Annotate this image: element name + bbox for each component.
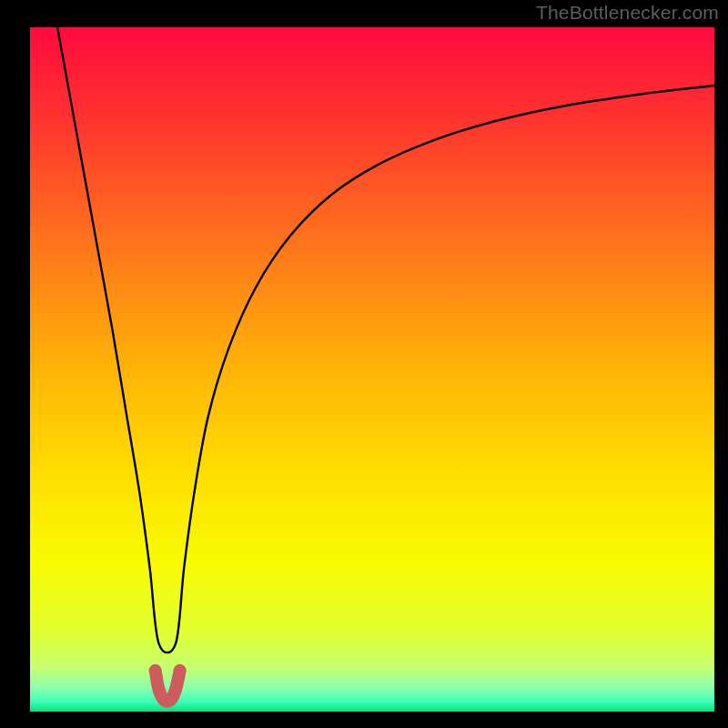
- gradient-background: [30, 27, 714, 712]
- watermark-text: TheBottlenecker.com: [536, 2, 719, 24]
- plot-area: [30, 27, 714, 712]
- chart-svg: [30, 27, 714, 712]
- chart-frame: TheBottlenecker.com: [0, 0, 728, 728]
